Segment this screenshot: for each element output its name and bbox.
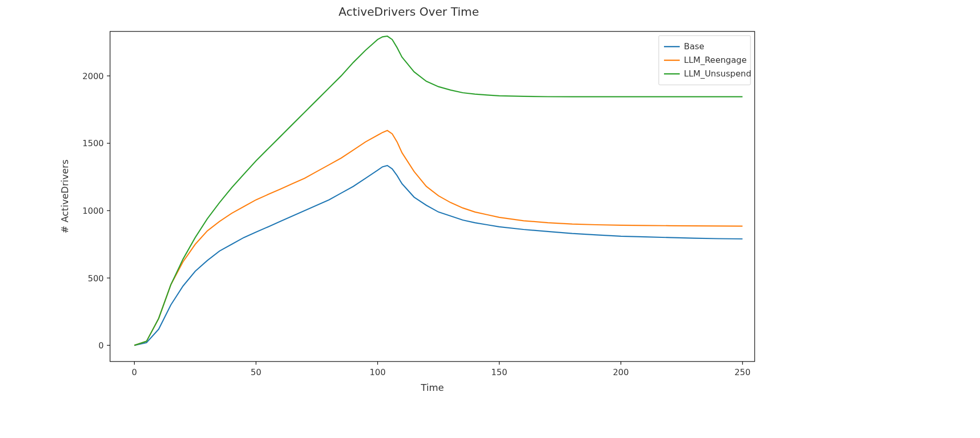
- series-line-llm_unsuspend: [134, 36, 742, 345]
- chart-stage: ActiveDrivers Over Time 0501001502002500…: [0, 0, 980, 438]
- svg-text:150: 150: [491, 367, 507, 377]
- x-tick-label: 50: [251, 367, 261, 377]
- legend: BaseLLM_ReengageLLM_Unsuspend: [659, 36, 752, 85]
- svg-text:100: 100: [369, 367, 386, 377]
- chart-svg: 0501001502002500500100015002000Time# Act…: [42, 5, 776, 414]
- x-tick-label: 250: [735, 367, 751, 377]
- chart-container: ActiveDrivers Over Time 0501001502002500…: [42, 5, 776, 414]
- series-line-base: [134, 166, 742, 345]
- y-tick-label: 1500: [82, 138, 104, 148]
- y-tick-label: 2000: [82, 71, 104, 81]
- x-tick-label: 100: [369, 367, 386, 377]
- svg-text:0: 0: [132, 367, 137, 377]
- x-tick-label: 150: [491, 367, 507, 377]
- legend-label: Base: [684, 41, 704, 51]
- svg-text:200: 200: [613, 367, 629, 377]
- svg-text:1500: 1500: [82, 138, 104, 148]
- legend-label: LLM_Unsuspend: [684, 69, 752, 79]
- y-tick-label: 0: [99, 341, 104, 351]
- chart-title: ActiveDrivers Over Time: [42, 5, 776, 18]
- svg-text:250: 250: [735, 367, 751, 377]
- x-tick-label: 200: [613, 367, 629, 377]
- x-tick-label: 0: [132, 367, 137, 377]
- svg-text:500: 500: [88, 273, 104, 283]
- svg-text:1000: 1000: [82, 206, 104, 216]
- legend-label: LLM_Reengage: [684, 55, 747, 65]
- svg-text:50: 50: [251, 367, 261, 377]
- svg-text:0: 0: [99, 341, 104, 351]
- y-tick-label: 500: [88, 273, 104, 283]
- y-axis-label: # ActiveDrivers: [59, 159, 70, 233]
- series-line-llm_reengage: [134, 130, 742, 345]
- plot-area-border: [110, 31, 755, 362]
- svg-text:2000: 2000: [82, 71, 104, 81]
- y-tick-label: 1000: [82, 206, 104, 216]
- x-axis-label: Time: [420, 382, 444, 393]
